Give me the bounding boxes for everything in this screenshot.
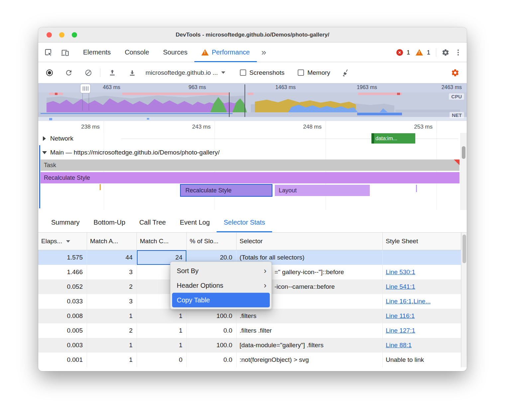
stylesheet-link[interactable]: Line 88:1 — [386, 342, 412, 349]
overview-time-label: 463 ms — [90, 84, 120, 90]
kebab-menu-icon[interactable] — [455, 50, 461, 55]
details-panel-tabs: Summary Bottom-Up Call Tree Event Log Se… — [38, 213, 467, 233]
more-tabs-icon[interactable]: » — [257, 47, 271, 57]
tab-sources[interactable]: Sources — [156, 43, 194, 62]
timeline-ruler: 238 ms 243 ms 248 ms 253 ms — [38, 121, 467, 133]
chevron-down-icon — [221, 71, 225, 74]
tracks-scrollbar[interactable] — [460, 133, 467, 210]
close-window-button[interactable] — [47, 32, 52, 38]
warning-badge-icon[interactable]: ! — [416, 49, 423, 55]
capture-settings-button[interactable] — [451, 68, 459, 77]
cpu-activity-chart[interactable] — [38, 92, 467, 121]
profile-select[interactable]: microsoftedge.github.io ... — [146, 69, 225, 76]
stylesheet-cell: Line 88:1 — [383, 338, 461, 353]
inspect-icon — [44, 48, 53, 57]
inspect-element-button[interactable] — [43, 47, 54, 58]
gear-icon — [451, 68, 459, 77]
tab-elements[interactable]: Elements — [76, 43, 118, 62]
error-badge-icon[interactable]: × — [396, 49, 403, 56]
selected-recalculate-style-event[interactable]: Recalculate Style — [180, 184, 272, 197]
tab-performance[interactable]: ! Performance — [194, 43, 257, 62]
tab-event-log[interactable]: Event Log — [173, 213, 217, 232]
load-profile-button[interactable] — [108, 69, 116, 77]
devtools-tabbar: Elements Console Sources ! Performance »… — [38, 43, 467, 62]
header-pct-slow[interactable]: % of Slo... — [187, 233, 237, 250]
table-row[interactable]: 0.005 2 1 0.0 .filters .filter Line 127:… — [38, 323, 461, 338]
submenu-arrow-icon: › — [264, 282, 266, 289]
stylesheet-link[interactable]: Line 116:1 — [386, 312, 415, 320]
network-request-bar[interactable]: data:im... — [371, 133, 415, 144]
menu-item-header-options[interactable]: Header Options › — [172, 278, 270, 293]
tracks-scrollbar-thumb[interactable] — [462, 146, 465, 159]
reload-icon — [65, 69, 73, 77]
table-row[interactable]: 0.003 1 1 100.0 [data-module="gallery"] … — [38, 338, 461, 353]
table-scrollbar-thumb[interactable] — [462, 235, 466, 263]
device-toolbar-button[interactable] — [59, 47, 71, 58]
timeline-overview[interactable]: 463 ms 963 ms 1463 ms 1963 ms 2463 ms — [38, 83, 467, 121]
match-attempts-cell: 2 — [87, 279, 137, 294]
stylesheet-cell: Line 16:1 , Line... — [383, 294, 461, 309]
header-match-count[interactable]: Match C... — [137, 233, 187, 250]
table-scrollbar[interactable] — [461, 233, 467, 367]
record-button[interactable] — [46, 69, 53, 76]
header-selector[interactable]: Selector — [237, 233, 383, 250]
event-tick[interactable] — [100, 184, 101, 190]
long-task-corner-icon — [454, 159, 459, 165]
task-event-bar[interactable]: Task — [41, 159, 459, 171]
tab-call-tree[interactable]: Call Tree — [132, 213, 173, 232]
memory-checkbox-group[interactable]: Memory — [298, 69, 330, 76]
menu-item-copy-table[interactable]: Copy Table — [172, 293, 270, 307]
zoom-window-button[interactable] — [72, 32, 77, 38]
memory-checkbox[interactable] — [298, 69, 304, 76]
elapsed-cell: 1.575 — [38, 250, 87, 265]
elapsed-cell: 0.008 — [38, 309, 87, 323]
stylesheet-cell: Unable to link — [383, 353, 461, 367]
tab-console[interactable]: Console — [118, 43, 156, 62]
settings-button[interactable] — [440, 47, 451, 58]
match-attempts-cell: 1 — [87, 309, 137, 323]
table-row[interactable]: 0.001 1 0 0.0 :not(foreignObject) > svg … — [38, 353, 461, 367]
selector-cell: [data-module="gallery"] .filters — [237, 338, 383, 353]
pct-cell: 100.0 — [187, 338, 237, 353]
main-track-label[interactable]: Main — https://microsoftedge.github.io/D… — [50, 146, 220, 159]
tab-summary[interactable]: Summary — [44, 213, 87, 232]
stylesheet-link[interactable]: Line 541:1 — [386, 283, 415, 290]
network-track-label[interactable]: Network — [50, 133, 73, 144]
table-row[interactable]: 0.008 1 1 100.0 .filters Line 116:1 — [38, 309, 461, 323]
layout-event-bar[interactable]: Layout — [275, 185, 370, 196]
selector-cell: .filters — [237, 309, 383, 323]
titlebar: DevTools - microsoftedge.github.io/Demos… — [38, 27, 467, 43]
stylesheet-link[interactable]: Line 16:1 — [386, 298, 412, 305]
collect-garbage-button[interactable] — [342, 69, 350, 77]
reload-and-record-button[interactable] — [65, 69, 73, 77]
tab-bottom-up[interactable]: Bottom-Up — [87, 213, 133, 232]
menu-item-sort-by[interactable]: Sort By › — [172, 263, 270, 278]
tab-selector-stats[interactable]: Selector Stats — [217, 213, 272, 232]
stylesheet-link[interactable]: Line... — [413, 298, 431, 305]
stylesheet-cell: Line 127:1 — [383, 323, 461, 338]
network-disclosure-icon[interactable] — [43, 136, 46, 141]
stylesheet-link[interactable]: Line 530:1 — [386, 268, 415, 276]
clear-button[interactable] — [85, 69, 92, 76]
header-elapsed[interactable]: Elaps... — [38, 233, 87, 250]
overview-drag-handle[interactable] — [80, 84, 91, 93]
selector-cell: .filters .filter — [237, 323, 383, 338]
event-tick[interactable] — [416, 185, 417, 192]
screenshots-checkbox[interactable] — [240, 69, 246, 76]
elapsed-cell: 1.466 — [38, 265, 87, 279]
header-style-sheet[interactable]: Style Sheet — [383, 233, 461, 250]
stylesheet-link[interactable]: Line 127:1 — [386, 327, 415, 334]
timeline-tracks: Network data:im... Main — https://micros… — [38, 133, 467, 213]
header-match-attempts[interactable]: Match A... — [87, 233, 137, 250]
window-title: DevTools - microsoftedge.github.io/Demos… — [38, 27, 467, 43]
net-label: NET — [450, 112, 464, 118]
match-attempts-cell: 2 — [87, 323, 137, 338]
match-count-cell: 1 — [137, 338, 187, 353]
recalculate-style-event-bar[interactable]: Recalculate Style — [41, 172, 459, 183]
save-profile-button[interactable] — [128, 69, 136, 77]
minimize-window-button[interactable] — [59, 32, 64, 38]
main-disclosure-icon[interactable] — [42, 151, 47, 154]
screenshots-checkbox-group[interactable]: Screenshots — [240, 69, 285, 76]
stylesheet-cell: Line 541:1 — [383, 279, 461, 294]
devtools-window: DevTools - microsoftedge.github.io/Demos… — [38, 27, 467, 371]
